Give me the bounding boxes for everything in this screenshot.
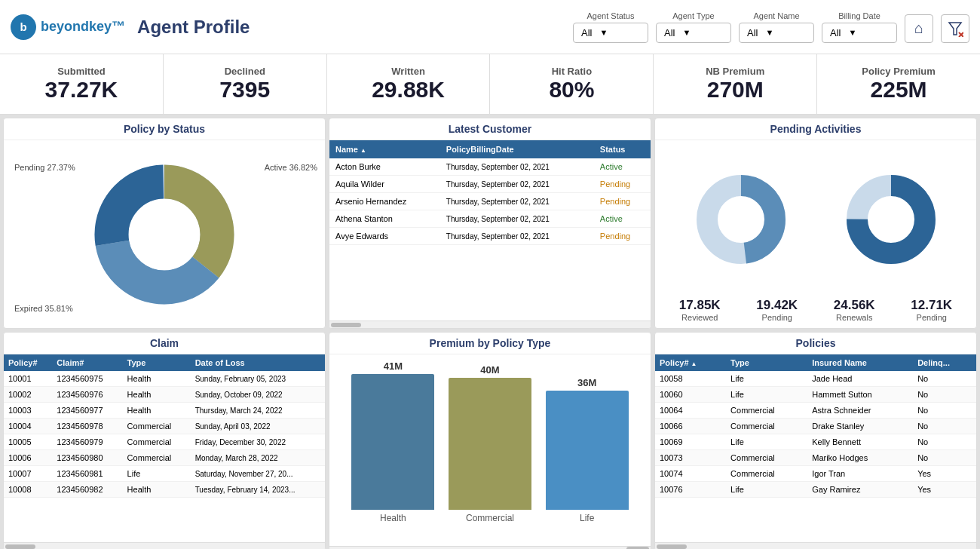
pol-insured: Gay Ramirez [807, 482, 913, 498]
pol-delinquent: Yes [913, 466, 976, 482]
claim-date: Thursday, March 24, 2022 [191, 403, 325, 419]
pol-type: Life [726, 371, 807, 387]
filter-agent-status-label: Agent Status [587, 11, 635, 20]
table-row: 10006 1234560980 Commercial Monday, Marc… [4, 450, 325, 466]
table-row: 10066 Commercial Drake Stanley No [655, 419, 976, 434]
table-row: 10007 1234560981 Life Saturday, November… [4, 466, 325, 482]
claim-date: Tuesday, February 14, 2023... [191, 482, 325, 498]
claim-number: 1234560977 [52, 403, 122, 419]
pol-policy: 10073 [655, 450, 726, 466]
latest-customer-panel: Latest Customer Name ▲ PolicyBillingDate… [329, 118, 651, 329]
claim-number: 1234560982 [52, 482, 122, 498]
pending-charts-grid [655, 140, 976, 298]
latest-customer-table-wrap[interactable]: Name ▲ PolicyBillingDate Status Acton Bu… [329, 140, 651, 321]
logo-icon: b [11, 14, 36, 40]
table-row: 10076 Life Gay Ramirez Yes [655, 482, 976, 498]
claim-col-claim: Claim# [52, 354, 122, 371]
table-row: 10064 Commercial Astra Schneider No [655, 403, 976, 419]
col-status: Status [594, 140, 651, 158]
claim-table-wrap[interactable]: Policy# Claim# Type Date of Loss 10001 1… [4, 354, 325, 542]
claim-policy: 10004 [4, 419, 52, 434]
pol-col-delinquent: Delinq... [913, 354, 976, 371]
claim-number: 1234560978 [52, 419, 122, 434]
pol-insured: Igor Tran [807, 466, 913, 482]
pending-reviewed-value: 17.85K [661, 298, 739, 313]
pol-insured: Hammett Sutton [807, 387, 913, 403]
page-title: Agent Profile [137, 17, 250, 38]
pending-pending1-label: Pending [739, 313, 816, 322]
pol-insured: Kelly Bennett [807, 434, 913, 450]
lc-date: Thursday, September 02, 2021 [440, 158, 594, 176]
list-item: Athena Stanton Thursday, September 02, 2… [329, 210, 651, 228]
claim-type: Life [123, 466, 191, 482]
pending-values-row: 17.85K Reviewed 19.42K Pending 24.56K Re… [655, 298, 976, 328]
table-row: 10073 Commercial Mariko Hodges No [655, 450, 976, 466]
chevron-down-icon: ▼ [848, 28, 856, 37]
kpi-written-label: Written [391, 66, 425, 77]
policy-by-status-panel: Policy by Status Active 36.82% Pending [3, 118, 326, 329]
kpi-declined: Declined 7395 [164, 54, 327, 114]
bar-commercial-value: 40M [480, 364, 499, 376]
home-icon[interactable]: ⌂ [905, 14, 933, 43]
table-row: 10003 1234560977 Health Thursday, March … [4, 403, 325, 419]
pol-col-type: Type [726, 354, 807, 371]
lc-status: Active [594, 158, 651, 176]
filter-agent-name-select[interactable]: All ▼ [739, 23, 814, 43]
chevron-down-icon: ▼ [682, 28, 691, 37]
claim-number: 1234560976 [52, 387, 122, 403]
pol-delinquent: No [913, 371, 976, 387]
list-item: Aquila Wilder Thursday, September 02, 20… [329, 176, 651, 193]
kpi-policy-premium-value: 225M [871, 77, 927, 103]
pending-pending2-value: 12.71K [893, 298, 971, 313]
claim-policy: 10006 [4, 450, 52, 466]
kpi-submitted-label: Submitted [57, 66, 106, 77]
policies-title: Policies [655, 333, 976, 354]
lc-name: Arsenio Hernandez [329, 193, 440, 210]
filter-agent-name: Agent Name All ▼ [739, 11, 814, 43]
kpi-row: Submitted 37.27K Declined 7395 Written 2… [0, 54, 980, 115]
filter-billing-date-select[interactable]: All ▼ [822, 23, 897, 43]
pol-col-insured: Insured Name [807, 354, 913, 371]
claim-date: Sunday, February 05, 2023 [191, 371, 325, 387]
table-row: 10058 Life Jade Head No [655, 371, 976, 387]
lc-date: Thursday, September 02, 2021 [440, 210, 594, 228]
bar-life-value: 36M [577, 377, 596, 388]
policy-by-status-chart: Active 36.82% Pending 27.37% Expired 35.… [4, 140, 325, 328]
table-row: 10005 1234560979 Commercial Friday, Dece… [4, 434, 325, 450]
pending-activities-panel: Pending Activities 17 [654, 118, 977, 329]
filter-billing-date: Billing Date All ▼ [822, 11, 897, 43]
chevron-down-icon: ▼ [765, 28, 773, 37]
lc-name: Avye Edwards [329, 228, 440, 245]
pol-insured: Mariko Hodges [807, 450, 913, 466]
claim-type: Commercial [123, 450, 191, 466]
table-row: 10001 1234560975 Health Sunday, February… [4, 371, 325, 387]
premium-panel: Premium by Policy Type 41M Health 40M Co… [329, 332, 651, 549]
claim-type: Health [123, 387, 191, 403]
kpi-written-value: 29.88K [372, 77, 445, 103]
bar-commercial-bar [449, 378, 531, 510]
policies-table-wrap[interactable]: Policy# ▲ Type Insured Name Delinq... 10… [655, 354, 976, 542]
pending-donut-left [667, 174, 814, 265]
lc-date: Thursday, September 02, 2021 [440, 193, 594, 210]
pol-type: Commercial [726, 450, 807, 466]
filter-agent-type-select[interactable]: All ▼ [656, 23, 731, 43]
pol-delinquent: No [913, 387, 976, 403]
list-item: Avye Edwards Thursday, September 02, 202… [329, 228, 651, 245]
pol-policy: 10066 [655, 419, 726, 434]
logo: b beyondkey™ [11, 14, 125, 40]
table-row: 10074 Commercial Igor Tran Yes [655, 466, 976, 482]
pol-policy: 10069 [655, 434, 726, 450]
pol-delinquent: No [913, 434, 976, 450]
policy-by-status-title: Policy by Status [4, 118, 325, 140]
pol-delinquent: Yes [913, 482, 976, 498]
claim-date: Sunday, October 09, 2022 [191, 387, 325, 403]
table-row: 10008 1234560982 Health Tuesday, Februar… [4, 482, 325, 498]
pending-pending1-value: 19.42K [739, 298, 816, 313]
filter-clear-icon[interactable] [941, 14, 969, 43]
claim-number: 1234560981 [52, 466, 122, 482]
main-grid: Policy by Status Active 36.82% Pending [0, 115, 980, 549]
filter-agent-status-select[interactable]: All ▼ [573, 23, 648, 43]
claim-type: Commercial [123, 434, 191, 450]
pending-item-reviewed: 17.85K Reviewed [661, 298, 739, 322]
pol-type: Life [726, 387, 807, 403]
